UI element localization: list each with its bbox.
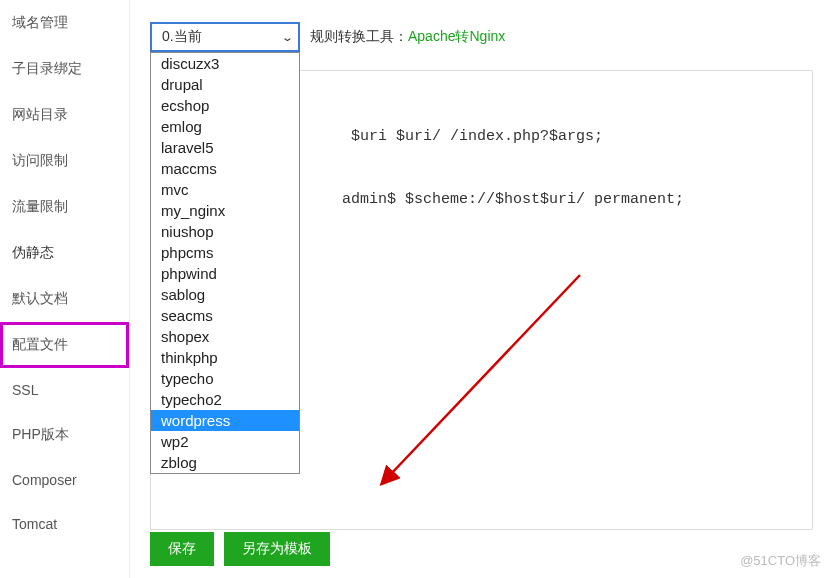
dropdown-option-sablog[interactable]: sablog (151, 284, 299, 305)
top-row: 0.当前 ⌄ discuzx3drupalecshopemloglaravel5… (150, 22, 813, 52)
dropdown-option-emlog[interactable]: emlog (151, 116, 299, 137)
dropdown-option-ecshop[interactable]: ecshop (151, 95, 299, 116)
sidebar-item-domain[interactable]: 域名管理 (0, 0, 129, 46)
save-button[interactable]: 保存 (150, 532, 214, 566)
sidebar-item-php[interactable]: PHP版本 (0, 412, 129, 458)
sidebar-item-rewrite[interactable]: 伪静态 (0, 230, 129, 276)
template-select[interactable]: 0.当前 ⌄ (150, 22, 300, 52)
sidebar-item-composer[interactable]: Composer (0, 458, 129, 502)
sidebar-item-webdir[interactable]: 网站目录 (0, 92, 129, 138)
dropdown-option-niushop[interactable]: niushop (151, 221, 299, 242)
dropdown-option-mvc[interactable]: mvc (151, 179, 299, 200)
sidebar-item-subdir[interactable]: 子目录绑定 (0, 46, 129, 92)
dropdown-option-wp2[interactable]: wp2 (151, 431, 299, 452)
dropdown-option-zblog[interactable]: zblog (151, 452, 299, 473)
dropdown-option-my_nginx[interactable]: my_nginx (151, 200, 299, 221)
sidebar-item-defaultdoc[interactable]: 默认文档 (0, 276, 129, 322)
dropdown-option-maccms[interactable]: maccms (151, 158, 299, 179)
sidebar-item-ssl[interactable]: SSL (0, 368, 129, 412)
dropdown-option-shopex[interactable]: shopex (151, 326, 299, 347)
dropdown-option-discuzx3[interactable]: discuzx3 (151, 53, 299, 74)
watermark: @51CTO博客 (740, 552, 821, 570)
dropdown-option-phpcms[interactable]: phpcms (151, 242, 299, 263)
sidebar: 域名管理 子目录绑定 网站目录 访问限制 流量限制 伪静态 默认文档 配置文件 … (0, 0, 130, 578)
dropdown-option-typecho[interactable]: typecho (151, 368, 299, 389)
select-value: 0.当前 (162, 28, 202, 46)
dropdown-option-thinkphp[interactable]: thinkphp (151, 347, 299, 368)
sidebar-item-config[interactable]: 配置文件 (0, 322, 129, 368)
main-panel: 0.当前 ⌄ discuzx3drupalecshopemloglaravel5… (130, 0, 833, 578)
button-row: 保存 另存为模板 (150, 532, 330, 566)
dropdown-option-seacms[interactable]: seacms (151, 305, 299, 326)
rule-convert-link[interactable]: Apache转Nginx (408, 28, 505, 44)
dropdown-option-typecho2[interactable]: typecho2 (151, 389, 299, 410)
template-select-wrapper: 0.当前 ⌄ discuzx3drupalecshopemloglaravel5… (150, 22, 300, 52)
dropdown-option-drupal[interactable]: drupal (151, 74, 299, 95)
rule-label: 规则转换工具：Apache转Nginx (310, 28, 505, 46)
chevron-down-icon: ⌄ (281, 31, 294, 44)
sidebar-item-tomcat[interactable]: Tomcat (0, 502, 129, 546)
sidebar-item-access[interactable]: 访问限制 (0, 138, 129, 184)
sidebar-item-traffic[interactable]: 流量限制 (0, 184, 129, 230)
template-dropdown[interactable]: discuzx3drupalecshopemloglaravel5maccmsm… (150, 52, 300, 474)
dropdown-option-phpwind[interactable]: phpwind (151, 263, 299, 284)
save-template-button[interactable]: 另存为模板 (224, 532, 330, 566)
dropdown-option-laravel5[interactable]: laravel5 (151, 137, 299, 158)
dropdown-option-wordpress[interactable]: wordpress (151, 410, 299, 431)
